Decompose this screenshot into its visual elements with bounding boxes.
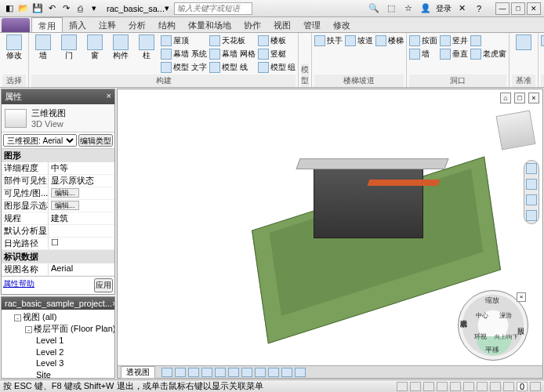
render-icon[interactable] [228, 368, 239, 377]
tab-9[interactable]: 修改 [327, 17, 357, 32]
ribbon-垂直[interactable]: 垂直 [440, 48, 468, 60]
view-cube[interactable] [496, 111, 536, 151]
ribbon-屋顶[interactable]: 屋顶 [161, 34, 207, 47]
ribbon-扶手[interactable]: 扶手 [314, 34, 343, 47]
exchange-icon[interactable]: ✕ [455, 2, 469, 15]
ribbon-修改[interactable]: 修改 [2, 34, 26, 60]
ribbon-坡道[interactable]: 坡道 [345, 34, 373, 47]
view-close-icon[interactable]: × [528, 93, 539, 103]
design-options-icon[interactable] [410, 382, 421, 391]
tree-node[interactable]: -楼层平面 (Floor Plan) [3, 323, 113, 335]
ribbon-模型 文字[interactable]: 模型 文字 [161, 61, 207, 74]
undo-icon[interactable]: ↶ [45, 2, 58, 15]
palette-close-icon[interactable]: × [112, 299, 115, 308]
ribbon-按面[interactable]: 按面 [409, 34, 437, 47]
ribbon-楼梯[interactable]: 楼梯 [375, 34, 404, 47]
tree-node[interactable]: Level 2 [3, 347, 113, 358]
nav-orbit-icon[interactable] [526, 210, 537, 221]
drag-icon[interactable] [503, 382, 514, 391]
tab-4[interactable]: 结构 [152, 17, 182, 32]
ribbon-幕墙 系统[interactable]: 幕墙 系统 [161, 48, 207, 60]
favorite-icon[interactable]: ☆ [401, 2, 415, 15]
app-menu-icon[interactable]: ◧ [3, 2, 16, 15]
login-link[interactable]: 登录 [436, 2, 452, 15]
crop-visible-icon[interactable] [255, 368, 266, 377]
sunpath-icon[interactable] [201, 368, 212, 377]
tree-node[interactable]: Level 1 [3, 335, 113, 347]
ribbon-幕墙 网格[interactable]: 幕墙 网格 [209, 48, 256, 60]
ribbon-窗[interactable]: 窗 [83, 34, 107, 60]
select-links-icon[interactable] [450, 382, 461, 391]
help-icon[interactable]: ? [472, 2, 486, 15]
nav-pan-icon[interactable] [526, 179, 537, 190]
ribbon-模型 组[interactable]: 模型 组 [258, 61, 296, 74]
user-icon[interactable]: 👤 [419, 2, 433, 15]
nav-zoom-icon[interactable] [526, 194, 537, 205]
app-button[interactable] [2, 18, 30, 32]
save-icon[interactable]: 💾 [31, 2, 44, 15]
property-grid[interactable]: 图形 详细程度中等部件可见性显示原状态可见性/图...编辑...图形显示选项编辑… [2, 149, 114, 276]
close-button[interactable]: ✕ [527, 2, 541, 15]
visual-style-icon[interactable] [188, 368, 199, 377]
scale-icon[interactable] [161, 368, 172, 377]
edit-type-button[interactable]: 编辑类型 [78, 134, 113, 147]
property-row[interactable]: 图形显示选项编辑... [2, 200, 114, 212]
temp-hide-icon[interactable] [281, 368, 292, 377]
ribbon-门[interactable]: 门 [57, 34, 81, 60]
filter-icon[interactable] [530, 382, 541, 391]
ribbon-构件[interactable]: 构件 [109, 34, 132, 60]
property-row[interactable]: 规程建筑 [2, 212, 114, 225]
property-row[interactable]: 视图名称Aerial [2, 263, 114, 276]
tab-7[interactable]: 视图 [267, 17, 297, 32]
select-pinned-icon[interactable] [477, 382, 488, 391]
ribbon-老虎窗[interactable]: 老虎窗 [470, 48, 506, 60]
tab-8[interactable]: 管理 [297, 17, 327, 32]
tab-3[interactable]: 分析 [122, 17, 152, 32]
redo-icon[interactable]: ↷ [60, 2, 72, 15]
ribbon-墙[interactable]: 墙 [31, 34, 55, 60]
help-search-input[interactable] [174, 2, 252, 15]
tab-1[interactable]: 插入 [63, 17, 92, 32]
instance-selector[interactable]: 三维视图: Aerial [3, 134, 77, 147]
qat-dropdown-icon[interactable]: ▾ [88, 2, 100, 15]
tree-node[interactable]: -视图 (all) [3, 311, 113, 323]
nav-wheel-icon[interactable] [526, 163, 537, 174]
maximize-button[interactable]: □ [511, 2, 525, 15]
ribbon-模型 线[interactable]: 模型 线 [209, 61, 256, 74]
view-tab-name[interactable]: 透视图 [121, 366, 155, 379]
reveal-icon[interactable] [295, 368, 306, 377]
search-icon[interactable]: 🔍 [367, 2, 381, 15]
view-home-icon[interactable]: ⌂ [500, 93, 511, 103]
ribbon-btn[interactable] [512, 34, 535, 51]
wheel-close-icon[interactable]: × [517, 292, 526, 302]
select-face-icon[interactable] [490, 382, 501, 391]
tab-0[interactable]: 常用 [31, 17, 63, 32]
crop-icon[interactable] [241, 368, 252, 377]
property-row[interactable]: 默认分析显... [2, 225, 114, 238]
title-dropdown-icon[interactable]: ▾ [165, 3, 169, 13]
tab-5[interactable]: 体量和场地 [182, 17, 238, 32]
project-tree[interactable]: -视图 (all)-楼层平面 (Floor Plan)Level 1Level … [2, 310, 114, 379]
property-row[interactable]: 日光路径☐ [2, 238, 114, 250]
subscription-icon[interactable]: ⬚ [384, 2, 398, 15]
workset-icon[interactable] [397, 382, 408, 391]
ribbon-竖井[interactable]: 竖井 [440, 34, 468, 47]
tab-6[interactable]: 协作 [238, 17, 267, 32]
ribbon-天花板[interactable]: 天花板 [209, 34, 256, 47]
apply-button[interactable]: 应用 [94, 278, 113, 292]
property-row[interactable]: 可见性/图...编辑... [2, 187, 114, 200]
property-row[interactable]: 部件可见性显示原状态 [2, 175, 114, 187]
steering-wheel[interactable]: 缩放 回放 平移 动态观察 中心 漫游 环视 向上/向下 × [458, 290, 528, 361]
ribbon-[interactable] [470, 34, 506, 47]
editable-only-icon[interactable] [423, 382, 434, 391]
minimize-button[interactable]: — [495, 2, 510, 15]
ribbon-墙[interactable]: 墙 [409, 48, 437, 60]
palette-close-icon[interactable]: × [107, 91, 111, 103]
properties-help-link[interactable]: 属性帮助 [3, 278, 34, 292]
tree-node[interactable]: Level 3 [3, 358, 113, 369]
ribbon-竖梃[interactable]: 竖梃 [258, 48, 296, 60]
property-row[interactable]: 详细程度中等 [2, 162, 114, 175]
ribbon-楼板[interactable]: 楼板 [258, 34, 296, 47]
print-icon[interactable]: ⎙ [74, 2, 86, 15]
tree-node[interactable]: Site [3, 369, 113, 379]
